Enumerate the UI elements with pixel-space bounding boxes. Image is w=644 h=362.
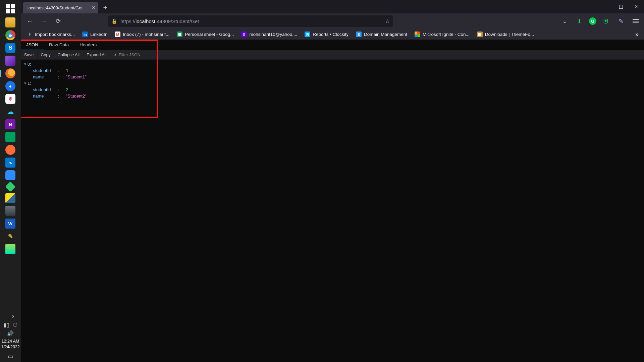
bookmark-sheets[interactable]: ▦ Personal sheet - Goog... xyxy=(174,29,236,40)
taskbar-skype-icon[interactable]: S xyxy=(5,43,15,53)
ms-icon xyxy=(415,32,420,37)
bookmark-label: LinkedIn xyxy=(90,32,107,37)
window-close-button[interactable]: × xyxy=(629,0,644,13)
import-icon: ⇩ xyxy=(27,32,33,37)
nav-reload-button[interactable]: ⟳ xyxy=(52,15,64,27)
taskbar-pictures-icon[interactable] xyxy=(5,206,15,216)
json-collapse-all-button[interactable]: Collapse All xyxy=(54,50,83,59)
json-tab-raw-data[interactable]: Raw Data xyxy=(44,40,74,50)
start-button[interactable] xyxy=(6,4,15,13)
bookmark-import[interactable]: ⇩ Import bookmarks... xyxy=(24,29,77,40)
bookmark-label: Inbox (7) - mohsinarif... xyxy=(123,32,169,37)
battery-icon[interactable]: ▮▯ xyxy=(3,322,9,328)
downloads-icon[interactable]: ⬇ xyxy=(574,16,584,26)
bookmark-ms-ignite[interactable]: Microsoft Ignite - Con... xyxy=(412,29,472,40)
bookmark-label: Reports • Clockify xyxy=(313,32,348,37)
bookmark-themeforest[interactable]: ▣ Downloads | ThemeFo... xyxy=(474,29,537,40)
bookmark-label: Microsoft Ignite - Con... xyxy=(423,32,470,37)
volume-icon[interactable]: 🔊 xyxy=(7,330,14,337)
bookmark-star-icon[interactable]: ☆ xyxy=(385,18,390,24)
json-viewer-tabs: JSON Raw Data Headers xyxy=(21,40,644,50)
clock-date: 1/24/2022 xyxy=(1,344,20,350)
filter-placeholder: Filter JSON xyxy=(119,53,141,57)
nav-forward-button[interactable]: → xyxy=(38,15,50,27)
json-kv-studentid-0[interactable]: studentId: 1 xyxy=(23,67,644,74)
lock-icon: 🔒 xyxy=(111,18,117,24)
themeforest-icon: ▣ xyxy=(477,32,483,37)
tab-title: localhost:44309/Student/Get xyxy=(28,5,83,10)
nav-toolbar: ← → ⟳ 🔒 https://localhost:44309/Student/… xyxy=(21,13,644,29)
json-kv-studentid-1[interactable]: studentId: 2 xyxy=(23,86,644,93)
windows-taskbar: S ● ※ ☁ N ⌁ W ✎ › ▮▯ ⚆ 🔊 12:24 AM 1/24/2… xyxy=(0,0,21,362)
bookmark-label: Import bookmarks... xyxy=(35,32,75,37)
json-expand-all-button[interactable]: Expand All xyxy=(83,50,110,59)
linkedin-icon: in xyxy=(82,32,88,37)
taskbar-zoom-icon[interactable] xyxy=(5,170,15,180)
grammarly-icon[interactable]: G xyxy=(589,17,596,25)
eyedropper-icon[interactable]: ✎ xyxy=(616,16,626,26)
window-maximize-button[interactable] xyxy=(613,0,629,13)
taskbar-file-explorer-icon[interactable] xyxy=(5,17,15,27)
taskbar-diamond-icon[interactable] xyxy=(5,181,15,192)
domain-icon: S xyxy=(356,32,362,37)
bookmarks-overflow-icon[interactable]: » xyxy=(635,31,641,38)
bookmark-domain[interactable]: S Domain Management xyxy=(353,29,410,40)
yahoo-icon: ▯ xyxy=(241,32,247,37)
taskbar-maps-icon[interactable]: ● xyxy=(5,81,15,91)
bookmark-label: Domain Management xyxy=(364,32,407,37)
bookmark-yahoo[interactable]: ▯ mohsinarif10@yahoo.... xyxy=(238,29,300,40)
gmail-icon: M xyxy=(115,32,120,37)
taskbar-postman-icon[interactable] xyxy=(5,145,15,155)
json-copy-button[interactable]: Copy xyxy=(38,50,54,59)
json-node-0[interactable]: ▼ 0: xyxy=(23,61,644,67)
json-tab-json[interactable]: JSON xyxy=(21,40,44,50)
taskbar-onenote-icon[interactable]: N xyxy=(5,119,15,129)
disclosure-icon[interactable]: ▼ xyxy=(23,61,28,67)
json-kv-name-0[interactable]: name: "Student1" xyxy=(23,74,644,80)
firefox-window: localhost:44309/Student/Get × + × ← → ⟳ … xyxy=(21,0,644,362)
window-controls: × xyxy=(598,0,644,13)
taskbar-brush-icon[interactable]: ✎ xyxy=(5,231,15,241)
tab-close-icon[interactable]: × xyxy=(92,5,95,11)
disclosure-icon[interactable]: ▼ xyxy=(23,80,28,86)
clock-time: 12:24 AM xyxy=(1,339,20,344)
nav-back-button[interactable]: ← xyxy=(24,15,36,27)
bookmark-label: Downloads | ThemeFo... xyxy=(485,32,534,37)
taskbar-firefox-icon[interactable] xyxy=(5,68,15,78)
taskbar-vscode-icon[interactable]: ⌁ xyxy=(5,158,15,168)
json-kv-name-1[interactable]: name: "Student2" xyxy=(23,93,644,99)
bookmark-gmail[interactable]: M Inbox (7) - mohsinarif... xyxy=(112,29,172,40)
page-content: JSON Raw Data Headers Save Copy Collapse… xyxy=(21,40,644,362)
filter-icon: ⧩ xyxy=(113,53,117,57)
taskbar-visual-studio-icon[interactable] xyxy=(5,56,15,66)
taskbar-green-app-icon[interactable] xyxy=(5,132,15,142)
taskbar-word-icon[interactable]: W xyxy=(5,219,15,229)
new-tab-button[interactable]: + xyxy=(98,2,112,13)
browser-tab-active[interactable]: localhost:44309/Student/Get × xyxy=(23,2,98,13)
taskbar-pycharm-icon[interactable] xyxy=(5,193,15,203)
bookmark-clockify[interactable]: ◷ Reports • Clockify xyxy=(302,29,351,40)
json-node-1[interactable]: ▼ 1: xyxy=(23,80,644,86)
app-menu-button[interactable] xyxy=(631,16,641,26)
json-save-button[interactable]: Save xyxy=(21,50,38,59)
tray-overflow-icon[interactable]: › xyxy=(12,313,14,320)
notifications-icon[interactable]: ▭ xyxy=(8,353,13,360)
window-minimize-button[interactable] xyxy=(598,0,613,13)
pocket-icon[interactable]: ⌄ xyxy=(559,16,570,26)
tab-strip: localhost:44309/Student/Get × + × xyxy=(21,0,644,13)
taskbar-sheet-icon[interactable] xyxy=(5,244,15,254)
taskbar-cloud-icon[interactable]: ☁ xyxy=(5,107,15,117)
bookmark-linkedin[interactable]: in LinkedIn xyxy=(79,29,110,40)
json-filter-input[interactable]: ⧩ Filter JSON xyxy=(110,50,144,59)
taskbar-apps: S ● ※ ☁ N ⌁ W ✎ xyxy=(5,17,15,254)
shield-icon[interactable]: ⛨ xyxy=(601,16,611,26)
taskbar-chrome-icon[interactable] xyxy=(5,30,15,40)
url-bar[interactable]: 🔒 https://localhost:44309/Student/Get ☆ xyxy=(108,15,393,27)
taskbar-slack-icon[interactable]: ※ xyxy=(5,94,15,104)
bookmark-label: mohsinarif10@yahoo.... xyxy=(249,32,297,37)
taskbar-clock[interactable]: 12:24 AM 1/24/2022 xyxy=(1,339,20,350)
toolbar-right-icons: ⌄ ⬇ G ⛨ ✎ xyxy=(559,16,641,26)
wifi-icon[interactable]: ⚆ xyxy=(13,322,17,328)
json-tab-headers[interactable]: Headers xyxy=(74,40,102,50)
json-viewer-toolbar: Save Copy Collapse All Expand All ⧩ Filt… xyxy=(21,50,644,60)
